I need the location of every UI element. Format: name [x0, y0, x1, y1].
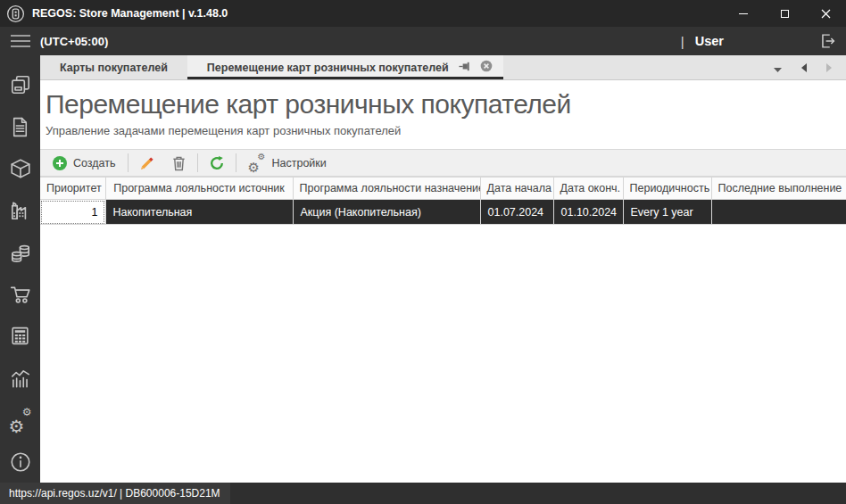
pencil-icon — [139, 155, 155, 171]
tab-card-movement[interactable]: Перемещение карт розничных покупателей — [187, 55, 503, 79]
sidebar-item-calculator[interactable] — [0, 315, 40, 357]
delete-button[interactable] — [163, 152, 195, 174]
column-header-target-program[interactable]: Программа лояльности назначение — [293, 178, 480, 200]
tab-list-dropdown-icon[interactable] — [774, 60, 782, 76]
minimize-button[interactable] — [723, 0, 764, 27]
sidebar-item-chart[interactable] — [0, 357, 40, 399]
column-header-last-run[interactable]: Последние выполнение — [711, 178, 846, 200]
sidebar-item-cart[interactable] — [0, 274, 40, 316]
cell-last-run[interactable] — [711, 200, 846, 225]
toolbar-separator — [236, 153, 236, 172]
table-row[interactable]: 1 Накопительная Акция (Накопительная) 01… — [40, 200, 846, 225]
column-header-period[interactable]: Периодичность — [623, 178, 711, 200]
close-button[interactable] — [805, 0, 846, 27]
column-header-source-program[interactable]: Программа лояльности источник — [105, 178, 293, 200]
user-separator: | — [681, 34, 684, 49]
timezone-label: (UTC+05:00) — [40, 35, 108, 48]
page-title: Перемещение карт розничных покупателей — [46, 87, 837, 121]
sidebar-item-documents[interactable] — [0, 106, 40, 148]
maximize-icon — [781, 10, 789, 18]
refresh-icon — [209, 155, 225, 171]
coins-icon — [9, 241, 32, 264]
main-area: Карты покупателей Перемещение карт розни… — [40, 55, 846, 483]
header-bar: (UTC+05:00) | User — [0, 27, 846, 55]
sidebar-nav: ⚙⚙ — [0, 55, 40, 483]
logout-button[interactable] — [817, 31, 837, 51]
close-icon — [821, 9, 831, 19]
edit-button[interactable] — [131, 152, 163, 174]
trash-icon — [171, 155, 187, 171]
settings-button-label: Настройки — [272, 157, 327, 169]
close-tab-icon[interactable] — [480, 60, 493, 75]
refresh-button[interactable] — [201, 152, 233, 174]
sidebar-item-coins[interactable] — [0, 232, 40, 274]
column-header-priority[interactable]: Приоритет — [40, 178, 105, 200]
tab-label: Карты покупателей — [60, 62, 168, 74]
cell-date-start[interactable]: 01.07.2024 — [480, 200, 553, 225]
create-button[interactable]: Создать — [44, 152, 125, 174]
package-icon — [9, 157, 32, 180]
sidebar-item-cards[interactable] — [0, 64, 40, 106]
info-icon — [9, 450, 32, 474]
table-header-row: Приоритет Программа лояльности источник … — [40, 178, 846, 200]
tab-scroll-controls — [774, 55, 846, 79]
tab-customer-cards[interactable]: Карты покупателей — [40, 55, 187, 79]
toolbar-separator — [197, 153, 198, 172]
title-bar: REGOS: Store Management | v.1.48.0 — [0, 0, 846, 27]
cell-target-program[interactable]: Акция (Накопительная) — [293, 200, 480, 225]
tab-scroll-left-icon[interactable] — [801, 60, 807, 76]
create-button-label: Создать — [73, 157, 116, 169]
cart-icon — [9, 283, 32, 306]
table-empty-area — [40, 225, 846, 483]
user-area: | User — [681, 31, 837, 51]
gears-icon: ⚙⚙ — [9, 409, 32, 432]
actions-toolbar: Создать — [40, 149, 846, 177]
app-window: REGOS: Store Management | v.1.48.0 (UTC+… — [0, 0, 846, 504]
settings-button[interactable]: ⚙⚙ Настройки — [239, 152, 336, 174]
tab-bar: Карты покупателей Перемещение карт розни… — [40, 55, 846, 80]
pin-tab-icon[interactable] — [458, 60, 471, 76]
cell-priority[interactable]: 1 — [40, 200, 105, 225]
plus-icon — [53, 156, 67, 170]
calculator-icon — [9, 325, 31, 347]
toolbar-separator — [128, 153, 129, 172]
settings-gears-icon: ⚙⚙ — [248, 155, 266, 171]
cell-date-end[interactable]: 01.10.2024 — [553, 200, 623, 225]
page-subtitle: Управление задачами перемещения карт роз… — [46, 124, 837, 137]
sidebar-item-info[interactable] — [0, 441, 40, 483]
cell-period[interactable]: Every 1 year — [623, 200, 711, 225]
chart-icon — [9, 367, 32, 390]
status-bar: https://api.regos.uz/v1/ | DB600006-15D2… — [0, 483, 846, 504]
cards-icon — [9, 73, 32, 96]
api-endpoint-status: https://api.regos.uz/v1/ | DB600006-15D2… — [0, 483, 230, 504]
menu-hamburger-icon[interactable] — [0, 35, 40, 47]
tab-scroll-right-icon[interactable] — [826, 60, 832, 76]
window-controls — [723, 0, 846, 27]
sidebar-item-settings[interactable]: ⚙⚙ — [0, 399, 40, 441]
window-title: REGOS: Store Management | v.1.48.0 — [32, 7, 228, 20]
document-icon — [9, 116, 31, 138]
column-header-date-end[interactable]: Дата оконч. — [553, 178, 623, 200]
column-header-date-start[interactable]: Дата начала — [480, 178, 553, 200]
tab-label: Перемещение карт розничных покупателей — [207, 62, 449, 74]
sidebar-item-factory[interactable] — [0, 190, 40, 232]
minimize-icon — [739, 13, 748, 14]
logout-icon — [817, 31, 837, 51]
maximize-button[interactable] — [764, 0, 805, 27]
user-name[interactable]: User — [695, 34, 724, 48]
cell-source-program[interactable]: Накопительная — [105, 200, 293, 225]
regos-logo-icon — [6, 4, 25, 23]
factory-icon — [9, 199, 32, 222]
sidebar-item-package[interactable] — [0, 148, 40, 190]
tasks-table: Приоритет Программа лояльности источник … — [40, 177, 846, 225]
